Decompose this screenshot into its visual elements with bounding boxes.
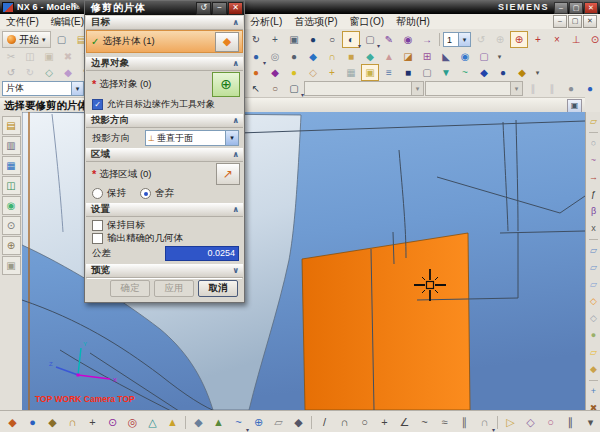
bridge-curve-icon[interactable]: ∩▾ (475, 413, 494, 432)
region-section-header[interactable]: 区域 ∧ (86, 148, 243, 162)
plus-point-icon[interactable]: + (375, 413, 394, 432)
type-filter-dropdown-icon[interactable]: ▾ (71, 82, 83, 95)
display-part-icon[interactable]: ● (247, 64, 265, 81)
mdi-minimize-button[interactable]: – (553, 15, 567, 28)
law-curve-icon[interactable]: ƒ (586, 187, 600, 202)
paste-icon[interactable]: ▣ (40, 48, 58, 65)
keep-target-checkbox[interactable] (92, 220, 103, 231)
rect-select-icon[interactable]: ▢▾ (285, 80, 303, 97)
studio-sphere-icon[interactable]: ● (285, 48, 303, 65)
through-curves-icon[interactable]: ▱ (586, 260, 600, 275)
window-minimize-button[interactable]: – (554, 2, 568, 14)
lasso-icon[interactable]: ○ (266, 80, 284, 97)
menu-item-0[interactable]: 文件(F) (0, 14, 45, 29)
history-icon[interactable]: ⊕ (2, 236, 21, 255)
delete-icon[interactable]: ✖ (59, 48, 77, 65)
snap-intersection-icon[interactable]: + (83, 413, 102, 432)
zoom-view-icon[interactable]: ⊕ (491, 31, 509, 48)
snap-control-point-icon[interactable]: ∩ (63, 413, 82, 432)
snap-two-curves-icon[interactable]: ~▾ (229, 413, 248, 432)
extrude-icon[interactable]: ◆ (304, 48, 322, 65)
highlight-related-icon[interactable]: ∥ (524, 80, 542, 97)
undo-icon[interactable]: ↺ (2, 64, 20, 81)
mirror-curve-icon[interactable]: ∥ (455, 413, 474, 432)
spline-tool-icon[interactable]: ~ (415, 413, 434, 432)
show-hide-icon[interactable]: ◉ (399, 31, 417, 48)
background-icon[interactable]: ▢▾ (361, 31, 379, 48)
dialog-minimize-button[interactable]: − (212, 2, 227, 15)
constraints-icon[interactable]: ≡ (380, 64, 398, 81)
target-section-header[interactable]: 目标 ∧ (86, 16, 243, 30)
fit-view-icon[interactable]: ▣ (285, 31, 303, 48)
ok-button[interactable]: 确定 (110, 280, 150, 297)
datum-plane-icon[interactable]: ▱ (586, 114, 600, 129)
render-style-icon[interactable]: ◐▾ (342, 31, 360, 48)
keep-radio[interactable] (92, 188, 103, 199)
touch-mode-icon[interactable]: ◇ (40, 64, 58, 81)
offset-curve-icon[interactable]: ≈ (435, 413, 454, 432)
circle-icon[interactable]: ○ (355, 413, 374, 432)
snap-intersection-icon[interactable]: ⊥ (567, 31, 585, 48)
refresh-icon[interactable]: ↺ (472, 31, 490, 48)
bounded-plane-icon[interactable]: ◇ (586, 294, 600, 309)
dialog-title-bar[interactable]: 修剪的片体 ↺ − ✕ (85, 1, 244, 15)
menu-item-1[interactable]: 首选项(P) (288, 14, 343, 29)
start-button[interactable]: 开始 ▾ (2, 31, 51, 48)
settings-section-header[interactable]: 设置 ∧ (86, 203, 243, 217)
cut-icon[interactable]: ✂ (2, 48, 20, 65)
snap-point-on-curve-icon[interactable]: ▲ (163, 413, 182, 432)
window-close-button[interactable]: ✕ (584, 2, 598, 14)
dialog-close-button[interactable]: ✕ (228, 2, 243, 15)
window-view-icon[interactable]: ◆ (266, 64, 284, 81)
part-navigator-icon[interactable]: ▦ (2, 156, 21, 175)
select-object-row[interactable]: * 选择对象 (0) ⊕ (86, 71, 243, 97)
combo-dropdown-icon[interactable]: ▾ (225, 131, 238, 145)
arrow-display-icon[interactable]: ▼ (437, 64, 455, 81)
feature-overflow-icon[interactable]: ▾ (494, 48, 505, 65)
apply-button[interactable]: 应用 (154, 280, 194, 297)
ruled-surface-icon[interactable]: ▱ (586, 243, 600, 258)
collapse-icon[interactable]: ∧ (233, 59, 244, 68)
blank-box-icon[interactable]: ▢ (418, 64, 436, 81)
allow-target-edges-checkbox[interactable]: ✓ (92, 99, 103, 110)
output-exact-geometry-checkbox[interactable] (92, 233, 103, 244)
wireframe-view-icon[interactable]: ○ (323, 31, 341, 48)
selection-scope-combo[interactable]: ▾ (425, 81, 523, 96)
shell-icon[interactable]: ▢ (475, 48, 493, 65)
menu-item-0[interactable]: 分析(L) (244, 14, 288, 29)
qpick-sphere-icon[interactable]: ● (581, 80, 599, 97)
boundary-section-header[interactable]: 边界对象 ∧ (86, 57, 243, 71)
layout-icon[interactable]: ● (285, 64, 303, 81)
render-overflow-icon[interactable]: ▾ (532, 64, 543, 81)
collapse-icon[interactable]: ∧ (233, 150, 244, 159)
wcs-display-icon[interactable]: + (323, 64, 341, 81)
work-layer-combo[interactable]: 1▾ (443, 32, 471, 47)
expand-icon[interactable]: ∨ (233, 266, 244, 275)
dialog-reset-button[interactable]: ↺ (196, 2, 211, 15)
plane-dialog-icon[interactable]: ▱ (269, 413, 288, 432)
snap-quadrant-icon[interactable]: ◎ (123, 413, 142, 432)
snap-point-enable-icon[interactable]: ◆ (3, 413, 22, 432)
subtract-icon[interactable]: ▲ (380, 48, 398, 65)
snap-point-toggle-icon[interactable]: ⊕ (510, 31, 528, 48)
shaded-with-edges-icon[interactable]: ●▾ (247, 48, 265, 65)
bars-icon[interactable]: ∥ (561, 413, 580, 432)
current-feature-icon[interactable]: ▣ (361, 64, 379, 81)
point-constructor-icon[interactable]: ⊕ (249, 413, 268, 432)
collapse-icon[interactable]: ∧ (233, 116, 244, 125)
assembly-navigator-icon[interactable]: ▤ (2, 116, 21, 135)
constraint-navigator-icon[interactable]: ▥ (2, 136, 21, 155)
ghost-view-icon[interactable]: ◎ (266, 48, 284, 65)
selection-type-filter-combo-dropdown-icon[interactable]: ▾ (411, 82, 423, 95)
n-sided-surface-icon[interactable]: ● (586, 328, 600, 343)
hd3d-tools-icon[interactable]: ◉ (2, 196, 21, 215)
sew-icon[interactable]: + (586, 384, 600, 399)
sheet-body-icon-button[interactable]: ◆ (215, 32, 239, 52)
edit-display-icon[interactable]: ✎ (380, 31, 398, 48)
orbit-icon[interactable]: ↻ (247, 31, 265, 48)
trim-body-icon[interactable]: ◪ (399, 48, 417, 65)
allow-target-edges-row[interactable]: ✓ 允许目标边缘作为工具对象 (86, 97, 243, 111)
copy-icon[interactable]: ◫ (21, 48, 39, 65)
pattern-feature-icon[interactable]: ⊞ (418, 48, 436, 65)
snap-midpoint-icon[interactable]: × (548, 31, 566, 48)
